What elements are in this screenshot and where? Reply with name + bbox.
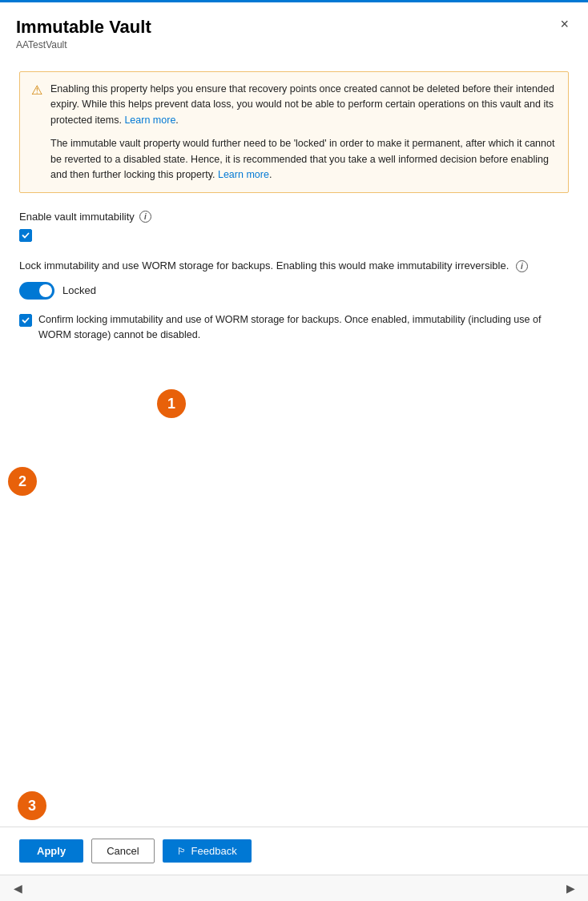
feedback-button[interactable]: 🏳 Feedback [163, 839, 252, 863]
scroll-right-icon[interactable]: ▶ [561, 879, 580, 898]
cancel-button[interactable]: Cancel [91, 839, 154, 863]
warning-text: Enabling this property helps you ensure … [50, 82, 557, 183]
feedback-icon: 🏳 [177, 846, 187, 857]
confirm-checkbox[interactable] [19, 314, 32, 327]
lock-info-icon[interactable]: i [516, 260, 528, 272]
toggle-knob [39, 284, 52, 297]
enable-immutability-checkbox[interactable] [19, 229, 32, 242]
lock-toggle[interactable] [19, 282, 54, 300]
learn-more-link-1[interactable]: Learn more [124, 115, 175, 126]
warning-box: ⚠ Enabling this property helps you ensur… [19, 71, 569, 193]
confirm-row: Confirm locking immutability and use of … [19, 312, 569, 343]
scroll-left-icon[interactable]: ◀ [8, 879, 27, 898]
learn-more-link-2[interactable]: Learn more [218, 169, 269, 180]
enable-immutability-label: Enable vault immutability i [19, 211, 569, 223]
bottom-nav: ◀ ▶ [0, 875, 588, 901]
close-button[interactable]: × [557, 17, 572, 31]
panel-header: Immutable Vault AATestVault × [0, 2, 588, 57]
apply-button[interactable]: Apply [19, 839, 83, 863]
panel-title: Immutable Vault [16, 17, 151, 38]
lock-description: Lock immutability and use WORM storage f… [19, 258, 569, 274]
panel-body: ⚠ Enabling this property helps you ensur… [0, 57, 588, 827]
toggle-row: Locked [19, 282, 569, 300]
enable-immutability-info-icon[interactable]: i [139, 211, 151, 223]
enable-immutability-row [19, 229, 569, 242]
header-text-group: Immutable Vault AATestVault [16, 17, 151, 50]
panel-footer: Apply Cancel 🏳 Feedback [0, 827, 588, 875]
confirm-text: Confirm locking immutability and use of … [38, 312, 569, 343]
warning-icon: ⚠ [31, 82, 42, 183]
lock-section: Lock immutability and use WORM storage f… [19, 258, 569, 300]
toggle-label: Locked [62, 284, 96, 296]
immutable-vault-panel: Immutable Vault AATestVault × ⚠ Enabling… [0, 0, 588, 901]
panel-subtitle: AATestVault [16, 39, 151, 50]
